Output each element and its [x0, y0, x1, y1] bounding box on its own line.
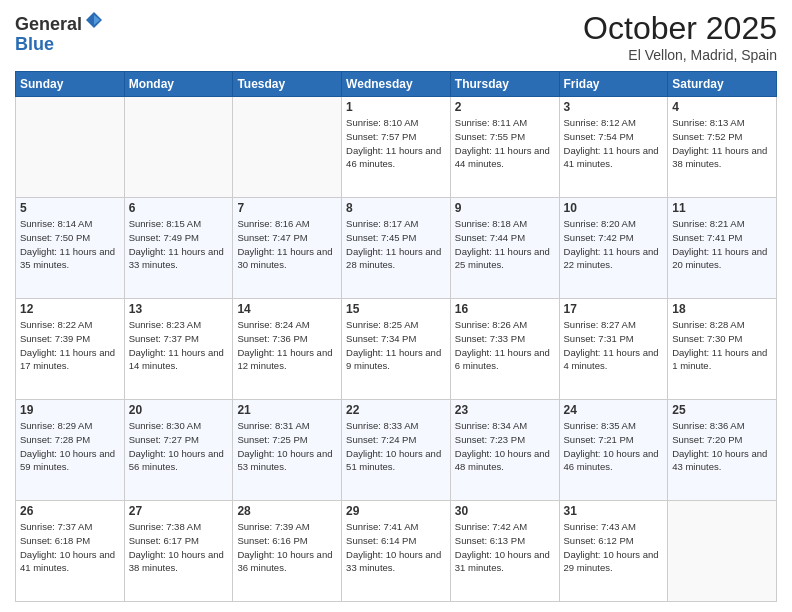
- calendar-cell: 11Sunrise: 8:21 AM Sunset: 7:41 PM Dayli…: [668, 198, 777, 299]
- day-info: Sunrise: 8:16 AM Sunset: 7:47 PM Dayligh…: [237, 217, 337, 272]
- calendar-cell: 15Sunrise: 8:25 AM Sunset: 7:34 PM Dayli…: [342, 299, 451, 400]
- header: General Blue October 2025 El Vellon, Mad…: [15, 10, 777, 63]
- day-info: Sunrise: 8:11 AM Sunset: 7:55 PM Dayligh…: [455, 116, 555, 171]
- day-info: Sunrise: 8:20 AM Sunset: 7:42 PM Dayligh…: [564, 217, 664, 272]
- day-number: 11: [672, 201, 772, 215]
- location: El Vellon, Madrid, Spain: [583, 47, 777, 63]
- calendar-cell: 28Sunrise: 7:39 AM Sunset: 6:16 PM Dayli…: [233, 501, 342, 602]
- title-block: October 2025 El Vellon, Madrid, Spain: [583, 10, 777, 63]
- calendar-week-5: 26Sunrise: 7:37 AM Sunset: 6:18 PM Dayli…: [16, 501, 777, 602]
- day-number: 12: [20, 302, 120, 316]
- day-number: 22: [346, 403, 446, 417]
- day-info: Sunrise: 8:12 AM Sunset: 7:54 PM Dayligh…: [564, 116, 664, 171]
- calendar-cell: 10Sunrise: 8:20 AM Sunset: 7:42 PM Dayli…: [559, 198, 668, 299]
- calendar-cell: 31Sunrise: 7:43 AM Sunset: 6:12 PM Dayli…: [559, 501, 668, 602]
- day-number: 17: [564, 302, 664, 316]
- calendar: SundayMondayTuesdayWednesdayThursdayFrid…: [15, 71, 777, 602]
- day-number: 10: [564, 201, 664, 215]
- calendar-week-3: 12Sunrise: 8:22 AM Sunset: 7:39 PM Dayli…: [16, 299, 777, 400]
- calendar-cell: 19Sunrise: 8:29 AM Sunset: 7:28 PM Dayli…: [16, 400, 125, 501]
- day-info: Sunrise: 8:35 AM Sunset: 7:21 PM Dayligh…: [564, 419, 664, 474]
- logo-icon: [84, 10, 104, 30]
- calendar-cell: 27Sunrise: 7:38 AM Sunset: 6:17 PM Dayli…: [124, 501, 233, 602]
- day-info: Sunrise: 7:38 AM Sunset: 6:17 PM Dayligh…: [129, 520, 229, 575]
- day-number: 26: [20, 504, 120, 518]
- day-number: 25: [672, 403, 772, 417]
- day-info: Sunrise: 7:41 AM Sunset: 6:14 PM Dayligh…: [346, 520, 446, 575]
- calendar-cell: [668, 501, 777, 602]
- day-number: 7: [237, 201, 337, 215]
- day-number: 4: [672, 100, 772, 114]
- calendar-body: 1Sunrise: 8:10 AM Sunset: 7:57 PM Daylig…: [16, 97, 777, 602]
- calendar-cell: 1Sunrise: 8:10 AM Sunset: 7:57 PM Daylig…: [342, 97, 451, 198]
- day-info: Sunrise: 8:25 AM Sunset: 7:34 PM Dayligh…: [346, 318, 446, 373]
- calendar-cell: 12Sunrise: 8:22 AM Sunset: 7:39 PM Dayli…: [16, 299, 125, 400]
- day-number: 29: [346, 504, 446, 518]
- calendar-cell: [16, 97, 125, 198]
- day-number: 18: [672, 302, 772, 316]
- calendar-cell: 13Sunrise: 8:23 AM Sunset: 7:37 PM Dayli…: [124, 299, 233, 400]
- calendar-cell: 18Sunrise: 8:28 AM Sunset: 7:30 PM Dayli…: [668, 299, 777, 400]
- page: General Blue October 2025 El Vellon, Mad…: [0, 0, 792, 612]
- calendar-cell: [233, 97, 342, 198]
- day-number: 5: [20, 201, 120, 215]
- calendar-cell: 8Sunrise: 8:17 AM Sunset: 7:45 PM Daylig…: [342, 198, 451, 299]
- calendar-week-4: 19Sunrise: 8:29 AM Sunset: 7:28 PM Dayli…: [16, 400, 777, 501]
- logo: General Blue: [15, 10, 104, 55]
- calendar-cell: 26Sunrise: 7:37 AM Sunset: 6:18 PM Dayli…: [16, 501, 125, 602]
- calendar-cell: 5Sunrise: 8:14 AM Sunset: 7:50 PM Daylig…: [16, 198, 125, 299]
- day-number: 15: [346, 302, 446, 316]
- day-info: Sunrise: 8:26 AM Sunset: 7:33 PM Dayligh…: [455, 318, 555, 373]
- day-number: 8: [346, 201, 446, 215]
- day-number: 9: [455, 201, 555, 215]
- weekday-header-tuesday: Tuesday: [233, 72, 342, 97]
- day-number: 1: [346, 100, 446, 114]
- day-number: 14: [237, 302, 337, 316]
- day-info: Sunrise: 8:27 AM Sunset: 7:31 PM Dayligh…: [564, 318, 664, 373]
- weekday-header-wednesday: Wednesday: [342, 72, 451, 97]
- calendar-week-2: 5Sunrise: 8:14 AM Sunset: 7:50 PM Daylig…: [16, 198, 777, 299]
- day-info: Sunrise: 8:14 AM Sunset: 7:50 PM Dayligh…: [20, 217, 120, 272]
- calendar-cell: 25Sunrise: 8:36 AM Sunset: 7:20 PM Dayli…: [668, 400, 777, 501]
- weekday-header-monday: Monday: [124, 72, 233, 97]
- day-info: Sunrise: 8:18 AM Sunset: 7:44 PM Dayligh…: [455, 217, 555, 272]
- logo-blue: Blue: [15, 34, 54, 54]
- day-number: 6: [129, 201, 229, 215]
- day-number: 27: [129, 504, 229, 518]
- day-info: Sunrise: 8:13 AM Sunset: 7:52 PM Dayligh…: [672, 116, 772, 171]
- calendar-week-1: 1Sunrise: 8:10 AM Sunset: 7:57 PM Daylig…: [16, 97, 777, 198]
- day-number: 13: [129, 302, 229, 316]
- calendar-cell: 23Sunrise: 8:34 AM Sunset: 7:23 PM Dayli…: [450, 400, 559, 501]
- day-number: 24: [564, 403, 664, 417]
- day-info: Sunrise: 8:31 AM Sunset: 7:25 PM Dayligh…: [237, 419, 337, 474]
- day-info: Sunrise: 8:10 AM Sunset: 7:57 PM Dayligh…: [346, 116, 446, 171]
- calendar-cell: 21Sunrise: 8:31 AM Sunset: 7:25 PM Dayli…: [233, 400, 342, 501]
- calendar-cell: 30Sunrise: 7:42 AM Sunset: 6:13 PM Dayli…: [450, 501, 559, 602]
- weekday-header-thursday: Thursday: [450, 72, 559, 97]
- day-number: 23: [455, 403, 555, 417]
- day-info: Sunrise: 8:34 AM Sunset: 7:23 PM Dayligh…: [455, 419, 555, 474]
- calendar-cell: 29Sunrise: 7:41 AM Sunset: 6:14 PM Dayli…: [342, 501, 451, 602]
- calendar-cell: 17Sunrise: 8:27 AM Sunset: 7:31 PM Dayli…: [559, 299, 668, 400]
- day-info: Sunrise: 8:23 AM Sunset: 7:37 PM Dayligh…: [129, 318, 229, 373]
- weekday-header-friday: Friday: [559, 72, 668, 97]
- calendar-cell: 20Sunrise: 8:30 AM Sunset: 7:27 PM Dayli…: [124, 400, 233, 501]
- weekday-header-saturday: Saturday: [668, 72, 777, 97]
- weekday-header-row: SundayMondayTuesdayWednesdayThursdayFrid…: [16, 72, 777, 97]
- day-number: 3: [564, 100, 664, 114]
- day-number: 31: [564, 504, 664, 518]
- day-number: 21: [237, 403, 337, 417]
- calendar-cell: 2Sunrise: 8:11 AM Sunset: 7:55 PM Daylig…: [450, 97, 559, 198]
- day-number: 28: [237, 504, 337, 518]
- calendar-cell: 24Sunrise: 8:35 AM Sunset: 7:21 PM Dayli…: [559, 400, 668, 501]
- day-info: Sunrise: 8:36 AM Sunset: 7:20 PM Dayligh…: [672, 419, 772, 474]
- calendar-cell: 22Sunrise: 8:33 AM Sunset: 7:24 PM Dayli…: [342, 400, 451, 501]
- calendar-cell: 16Sunrise: 8:26 AM Sunset: 7:33 PM Dayli…: [450, 299, 559, 400]
- weekday-header-sunday: Sunday: [16, 72, 125, 97]
- day-number: 2: [455, 100, 555, 114]
- month-title: October 2025: [583, 10, 777, 47]
- calendar-cell: 6Sunrise: 8:15 AM Sunset: 7:49 PM Daylig…: [124, 198, 233, 299]
- day-info: Sunrise: 7:43 AM Sunset: 6:12 PM Dayligh…: [564, 520, 664, 575]
- day-info: Sunrise: 8:21 AM Sunset: 7:41 PM Dayligh…: [672, 217, 772, 272]
- day-info: Sunrise: 8:30 AM Sunset: 7:27 PM Dayligh…: [129, 419, 229, 474]
